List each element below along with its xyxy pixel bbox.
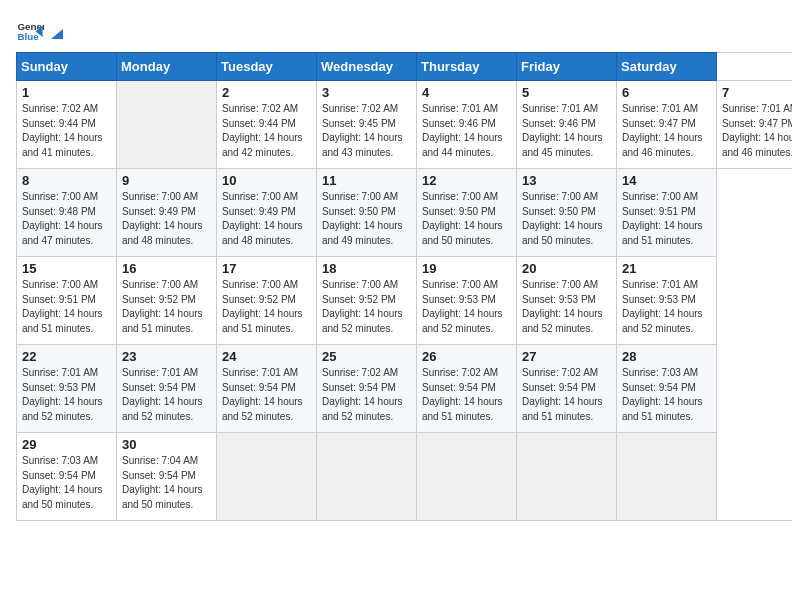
day-info: Sunrise: 7:01 AMSunset: 9:47 PMDaylight:… <box>722 102 792 160</box>
column-header-wednesday: Wednesday <box>317 53 417 81</box>
calendar-cell: 18Sunrise: 7:00 AMSunset: 9:52 PMDayligh… <box>317 257 417 345</box>
calendar-body: 1Sunrise: 7:02 AMSunset: 9:44 PMDaylight… <box>17 81 793 521</box>
calendar-cell: 21Sunrise: 7:01 AMSunset: 9:53 PMDayligh… <box>617 257 717 345</box>
day-number: 26 <box>422 349 511 364</box>
calendar-cell <box>317 433 417 521</box>
calendar-cell: 16Sunrise: 7:00 AMSunset: 9:52 PMDayligh… <box>117 257 217 345</box>
calendar-cell: 3Sunrise: 7:02 AMSunset: 9:45 PMDaylight… <box>317 81 417 169</box>
day-number: 22 <box>22 349 111 364</box>
calendar-cell: 30Sunrise: 7:04 AMSunset: 9:54 PMDayligh… <box>117 433 217 521</box>
day-number: 19 <box>422 261 511 276</box>
day-info: Sunrise: 7:04 AMSunset: 9:54 PMDaylight:… <box>122 454 211 512</box>
day-number: 1 <box>22 85 111 100</box>
column-header-friday: Friday <box>517 53 617 81</box>
day-info: Sunrise: 7:03 AMSunset: 9:54 PMDaylight:… <box>622 366 711 424</box>
day-info: Sunrise: 7:02 AMSunset: 9:44 PMDaylight:… <box>222 102 311 160</box>
calendar-cell <box>417 433 517 521</box>
day-info: Sunrise: 7:02 AMSunset: 9:54 PMDaylight:… <box>322 366 411 424</box>
calendar-cell: 26Sunrise: 7:02 AMSunset: 9:54 PMDayligh… <box>417 345 517 433</box>
calendar-cell: 20Sunrise: 7:00 AMSunset: 9:53 PMDayligh… <box>517 257 617 345</box>
day-number: 29 <box>22 437 111 452</box>
day-info: Sunrise: 7:00 AMSunset: 9:52 PMDaylight:… <box>122 278 211 336</box>
day-info: Sunrise: 7:00 AMSunset: 9:49 PMDaylight:… <box>222 190 311 248</box>
day-info: Sunrise: 7:02 AMSunset: 9:54 PMDaylight:… <box>422 366 511 424</box>
calendar-cell: 10Sunrise: 7:00 AMSunset: 9:49 PMDayligh… <box>217 169 317 257</box>
svg-text:Blue: Blue <box>17 31 39 42</box>
day-number: 5 <box>522 85 611 100</box>
calendar-cell: 2Sunrise: 7:02 AMSunset: 9:44 PMDaylight… <box>217 81 317 169</box>
day-number: 27 <box>522 349 611 364</box>
day-info: Sunrise: 7:00 AMSunset: 9:50 PMDaylight:… <box>322 190 411 248</box>
day-number: 13 <box>522 173 611 188</box>
calendar-cell: 15Sunrise: 7:00 AMSunset: 9:51 PMDayligh… <box>17 257 117 345</box>
calendar-cell: 17Sunrise: 7:00 AMSunset: 9:52 PMDayligh… <box>217 257 317 345</box>
calendar-week-row: 15Sunrise: 7:00 AMSunset: 9:51 PMDayligh… <box>17 257 793 345</box>
day-info: Sunrise: 7:00 AMSunset: 9:53 PMDaylight:… <box>522 278 611 336</box>
day-number: 30 <box>122 437 211 452</box>
day-info: Sunrise: 7:00 AMSunset: 9:50 PMDaylight:… <box>422 190 511 248</box>
day-info: Sunrise: 7:02 AMSunset: 9:45 PMDaylight:… <box>322 102 411 160</box>
calendar-week-row: 29Sunrise: 7:03 AMSunset: 9:54 PMDayligh… <box>17 433 793 521</box>
day-info: Sunrise: 7:02 AMSunset: 9:54 PMDaylight:… <box>522 366 611 424</box>
day-number: 18 <box>322 261 411 276</box>
calendar-cell <box>217 433 317 521</box>
day-info: Sunrise: 7:00 AMSunset: 9:51 PMDaylight:… <box>622 190 711 248</box>
day-info: Sunrise: 7:00 AMSunset: 9:53 PMDaylight:… <box>422 278 511 336</box>
day-info: Sunrise: 7:01 AMSunset: 9:47 PMDaylight:… <box>622 102 711 160</box>
day-number: 24 <box>222 349 311 364</box>
day-info: Sunrise: 7:00 AMSunset: 9:48 PMDaylight:… <box>22 190 111 248</box>
day-number: 9 <box>122 173 211 188</box>
calendar-cell: 6Sunrise: 7:01 AMSunset: 9:47 PMDaylight… <box>617 81 717 169</box>
calendar-cell: 12Sunrise: 7:00 AMSunset: 9:50 PMDayligh… <box>417 169 517 257</box>
day-number: 6 <box>622 85 711 100</box>
calendar-cell: 28Sunrise: 7:03 AMSunset: 9:54 PMDayligh… <box>617 345 717 433</box>
calendar-cell: 8Sunrise: 7:00 AMSunset: 9:48 PMDaylight… <box>17 169 117 257</box>
day-number: 17 <box>222 261 311 276</box>
calendar-cell <box>617 433 717 521</box>
day-info: Sunrise: 7:00 AMSunset: 9:49 PMDaylight:… <box>122 190 211 248</box>
logo: General Blue <box>16 16 66 44</box>
calendar-cell: 24Sunrise: 7:01 AMSunset: 9:54 PMDayligh… <box>217 345 317 433</box>
day-number: 10 <box>222 173 311 188</box>
day-number: 8 <box>22 173 111 188</box>
calendar-cell: 4Sunrise: 7:01 AMSunset: 9:46 PMDaylight… <box>417 81 517 169</box>
day-info: Sunrise: 7:01 AMSunset: 9:53 PMDaylight:… <box>622 278 711 336</box>
page-header: General Blue <box>16 16 776 44</box>
column-header-tuesday: Tuesday <box>217 53 317 81</box>
day-number: 15 <box>22 261 111 276</box>
svg-marker-2 <box>51 29 63 39</box>
day-number: 4 <box>422 85 511 100</box>
calendar-cell: 9Sunrise: 7:00 AMSunset: 9:49 PMDaylight… <box>117 169 217 257</box>
day-number: 20 <box>522 261 611 276</box>
day-number: 21 <box>622 261 711 276</box>
day-number: 11 <box>322 173 411 188</box>
day-info: Sunrise: 7:00 AMSunset: 9:52 PMDaylight:… <box>322 278 411 336</box>
calendar-cell: 22Sunrise: 7:01 AMSunset: 9:53 PMDayligh… <box>17 345 117 433</box>
logo-icon: General Blue <box>16 16 44 44</box>
calendar-cell: 1Sunrise: 7:02 AMSunset: 9:44 PMDaylight… <box>17 81 117 169</box>
day-info: Sunrise: 7:00 AMSunset: 9:51 PMDaylight:… <box>22 278 111 336</box>
day-info: Sunrise: 7:01 AMSunset: 9:53 PMDaylight:… <box>22 366 111 424</box>
day-number: 2 <box>222 85 311 100</box>
day-number: 16 <box>122 261 211 276</box>
calendar-cell: 13Sunrise: 7:00 AMSunset: 9:50 PMDayligh… <box>517 169 617 257</box>
calendar-week-row: 22Sunrise: 7:01 AMSunset: 9:53 PMDayligh… <box>17 345 793 433</box>
calendar-week-row: 8Sunrise: 7:00 AMSunset: 9:48 PMDaylight… <box>17 169 793 257</box>
column-header-saturday: Saturday <box>617 53 717 81</box>
day-number: 23 <box>122 349 211 364</box>
calendar-cell: 14Sunrise: 7:00 AMSunset: 9:51 PMDayligh… <box>617 169 717 257</box>
day-info: Sunrise: 7:00 AMSunset: 9:50 PMDaylight:… <box>522 190 611 248</box>
column-header-monday: Monday <box>117 53 217 81</box>
day-number: 25 <box>322 349 411 364</box>
column-header-sunday: Sunday <box>17 53 117 81</box>
day-info: Sunrise: 7:01 AMSunset: 9:54 PMDaylight:… <box>222 366 311 424</box>
day-info: Sunrise: 7:01 AMSunset: 9:46 PMDaylight:… <box>522 102 611 160</box>
calendar-cell: 23Sunrise: 7:01 AMSunset: 9:54 PMDayligh… <box>117 345 217 433</box>
calendar-cell: 11Sunrise: 7:00 AMSunset: 9:50 PMDayligh… <box>317 169 417 257</box>
calendar-cell: 27Sunrise: 7:02 AMSunset: 9:54 PMDayligh… <box>517 345 617 433</box>
calendar-table: SundayMondayTuesdayWednesdayThursdayFrid… <box>16 52 792 521</box>
day-info: Sunrise: 7:03 AMSunset: 9:54 PMDaylight:… <box>22 454 111 512</box>
column-header-thursday: Thursday <box>417 53 517 81</box>
logo-triangle <box>49 25 65 41</box>
calendar-cell: 19Sunrise: 7:00 AMSunset: 9:53 PMDayligh… <box>417 257 517 345</box>
